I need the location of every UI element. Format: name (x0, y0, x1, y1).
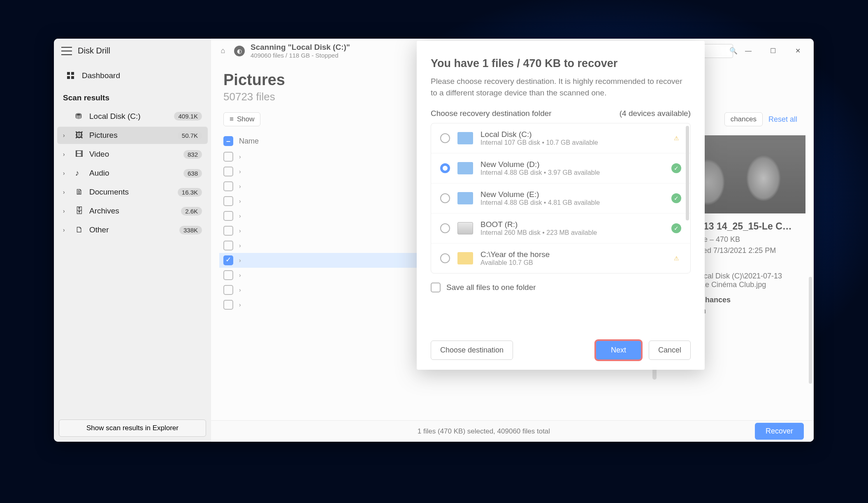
chevron-right-icon: › (239, 153, 247, 160)
show-in-explorer-button[interactable]: Show scan results in Explorer (59, 420, 206, 437)
scrollbar[interactable] (686, 126, 689, 220)
chevron-right-icon: › (239, 183, 247, 190)
app-window: Disk Drill Dashboard Scan results ⛃ Loca… (54, 39, 814, 442)
row-checkbox[interactable] (223, 181, 233, 191)
destination-name: New Volume (E:) (480, 190, 664, 199)
sidebar-item-label: Documents (89, 188, 173, 197)
reset-all-link[interactable]: Reset all (768, 115, 797, 124)
scrollbar[interactable] (809, 277, 812, 384)
status-ok-icon: ✓ (671, 223, 681, 233)
count-badge: 50.7K (178, 131, 202, 140)
chevron-right-icon: › (239, 272, 247, 278)
count-badge: 338K (179, 226, 202, 234)
choose-destination-button[interactable]: Choose destination (431, 341, 513, 360)
disk-icon (457, 192, 473, 204)
sidebar-item-audio[interactable]: › ♪ Audio 638 (57, 165, 208, 182)
sidebar-item-label: Other (89, 225, 174, 234)
count-badge: 409.1K (174, 112, 202, 121)
radio-button[interactable] (440, 223, 450, 233)
destination-name: Local Disk (C:) (480, 130, 664, 139)
sidebar-item-label: Local Disk (C:) (89, 112, 169, 121)
destination-name: New Volume (D:) (480, 160, 664, 169)
main-area: ⌂ ◐ Scanning "Local Disk (C:)" 409060 fi… (211, 39, 814, 442)
dashboard-icon (66, 72, 75, 79)
home-icon[interactable]: ⌂ (218, 46, 228, 56)
close-icon[interactable]: ✕ (788, 44, 807, 58)
row-checkbox[interactable] (223, 211, 233, 221)
count-badge: 638 (183, 169, 202, 178)
sidebar-item-dashboard[interactable]: Dashboard (54, 66, 211, 85)
select-all-checkbox[interactable]: – (223, 136, 233, 146)
scan-title: Scanning "Local Disk (C:)" (251, 43, 350, 52)
chevron-right-icon: › (63, 227, 70, 233)
row-checkbox[interactable] (223, 167, 233, 176)
destination-option[interactable]: BOOT (R:)Internal 260 MB disk • 223 MB a… (431, 213, 690, 243)
sidebar-item-local-disk[interactable]: ⛃ Local Disk (C:) 409.1K (57, 107, 208, 125)
chevron-right-icon: › (239, 198, 247, 204)
destination-option[interactable]: Local Disk (C:)Internal 107 GB disk • 10… (431, 123, 690, 153)
radio-button[interactable] (440, 163, 450, 173)
destination-option[interactable]: C:\Year of the horseAvailable 10.7 GB⚠ (431, 243, 690, 273)
radio-button[interactable] (440, 133, 450, 143)
count-badge: 16.3K (178, 188, 202, 197)
cancel-button[interactable]: Cancel (649, 341, 691, 360)
save-all-label: Save all files to one folder (446, 283, 536, 292)
status-text: 1 files (470 KB) selected, 409060 files … (418, 427, 550, 436)
chances-filter-button[interactable]: chances (724, 112, 763, 126)
chevron-right-icon: › (63, 151, 70, 158)
chevron-right-icon: › (239, 301, 247, 308)
sidebar-item-archives[interactable]: › 🗄 Archives 2.6K (57, 202, 208, 220)
radio-button[interactable] (440, 193, 450, 203)
row-checkbox[interactable] (223, 300, 233, 310)
row-checkbox[interactable] (223, 152, 233, 162)
filter-icon: ≡ (230, 115, 234, 123)
chevron-right-icon: › (63, 189, 70, 195)
sidebar-item-video[interactable]: › 🎞 Video 832 (57, 146, 208, 163)
row-checkbox[interactable] (223, 270, 233, 280)
maximize-icon[interactable]: ☐ (764, 44, 782, 58)
chevron-right-icon: › (63, 170, 70, 176)
pictures-icon: 🖼 (75, 131, 84, 140)
filter-label: Show (237, 115, 255, 123)
row-checkbox[interactable] (223, 285, 233, 295)
drive-icon (457, 222, 473, 234)
row-checkbox[interactable] (223, 196, 233, 206)
destination-name: BOOT (R:) (480, 220, 664, 229)
filter-label: chances (731, 115, 757, 123)
menu-icon[interactable] (61, 47, 72, 55)
chevron-right-icon: › (239, 213, 247, 219)
show-filter-button[interactable]: ≡ Show (223, 112, 260, 126)
archives-icon: 🗄 (75, 206, 84, 216)
destination-name: C:\Year of the horse (480, 250, 664, 259)
sidebar-item-pictures[interactable]: › 🖼 Pictures 50.7K (57, 127, 208, 144)
recover-button[interactable]: Recover (755, 423, 804, 440)
chevron-right-icon: › (63, 132, 70, 139)
scan-subtitle: 409060 files / 118 GB - Stopped (251, 52, 350, 59)
destination-option[interactable]: New Volume (E:)Internal 4.88 GB disk • 4… (431, 183, 690, 213)
disk-icon (457, 132, 473, 144)
row-checkbox[interactable] (223, 255, 233, 265)
chevron-right-icon: › (239, 257, 247, 264)
search-icon: 🔍 (729, 47, 738, 55)
minimize-icon[interactable]: — (739, 44, 758, 58)
sidebar-item-documents[interactable]: › 🗎 Documents 16.3K (57, 183, 208, 201)
back-icon[interactable]: ◐ (234, 46, 245, 56)
sidebar-item-label: Video (89, 150, 179, 159)
status-ok-icon: ✓ (671, 193, 681, 203)
save-all-option[interactable]: Save all files to one folder (431, 283, 691, 292)
checkbox[interactable] (431, 283, 441, 292)
destination-option[interactable]: New Volume (D:)Internal 4.88 GB disk • 3… (431, 153, 690, 183)
chevron-right-icon: › (239, 242, 247, 249)
next-button[interactable]: Next (596, 341, 641, 360)
svg-rect-2 (67, 76, 70, 79)
disk-icon: ⛃ (75, 111, 84, 121)
radio-button[interactable] (440, 253, 450, 263)
destination-subtext: Internal 4.88 GB disk • 4.81 GB availabl… (480, 199, 664, 206)
recovery-destination-modal: You have 1 files / 470 KB to recover Ple… (417, 41, 705, 370)
status-ok-icon: ✓ (671, 163, 681, 173)
row-checkbox[interactable] (223, 226, 233, 236)
svg-rect-1 (71, 72, 74, 75)
status-bar: 1 files (470 KB) selected, 409060 files … (211, 420, 814, 442)
row-checkbox[interactable] (223, 241, 233, 250)
sidebar-item-other[interactable]: › 🗋 Other 338K (57, 221, 208, 239)
